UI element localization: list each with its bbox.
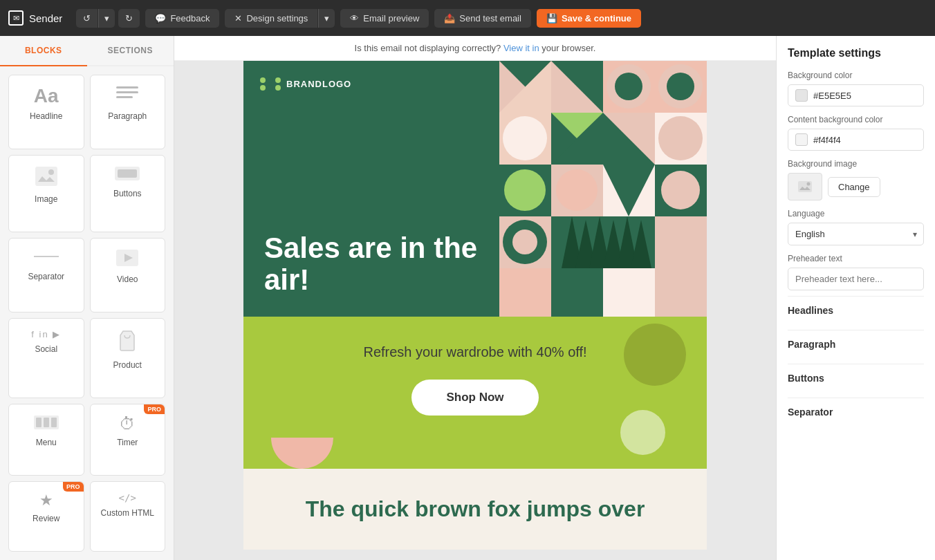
svg-point-43 (661, 171, 700, 209)
bg-color-row: #E5E5E5 (788, 84, 924, 106)
preview-icon: 👁 (350, 13, 359, 24)
design-settings-button[interactable]: ✕ Design settings (225, 9, 317, 28)
promo-text: Refresh your wardrobe with 40% off! (264, 344, 686, 360)
top-notice-link[interactable]: View it in (503, 43, 539, 53)
block-paragraph[interactable]: Paragraph (90, 75, 166, 149)
svg-rect-6 (118, 169, 137, 178)
dot-3 (275, 77, 281, 83)
undo-redo-group: ↺ ▾ ↻ (76, 9, 140, 28)
block-menu[interactable]: Menu (8, 404, 84, 476)
save-continue-button[interactable]: 💾 Save & continue (537, 9, 641, 28)
buttons-section[interactable]: Buttons (788, 364, 924, 392)
bottom-headline-text: The quick brown fox jumps over (264, 496, 686, 522)
design-settings-dropdown[interactable]: ▾ (318, 9, 335, 28)
block-video-label: Video (117, 274, 138, 284)
block-tabs: BLOCKS SECTIONS (0, 36, 174, 66)
block-separator[interactable]: Separator (8, 238, 84, 312)
dot-6 (275, 85, 281, 91)
email-bottom-section: The quick brown fox jumps over (243, 469, 707, 550)
content-bg-color-row: #f4f4f4 (788, 129, 924, 151)
content-bg-value: #f4f4f4 (813, 135, 916, 145)
top-notice-text: Is this email not displaying correctly? (355, 43, 501, 53)
preheader-input[interactable] (788, 268, 924, 290)
top-notice-suffix: your browser. (541, 43, 595, 53)
dot-2 (268, 77, 273, 83)
svg-rect-54 (655, 216, 707, 268)
video-icon (116, 250, 138, 269)
block-separator-label: Separator (28, 272, 64, 281)
main-layout: BLOCKS SECTIONS Aa Headline Paragraph Im… (0, 36, 935, 560)
paragraph-icon (116, 86, 138, 106)
svg-rect-3 (35, 167, 57, 186)
feedback-button[interactable]: 💬 Feedback (145, 9, 219, 28)
dot-1 (260, 77, 266, 83)
blocks-grid: Aa Headline Paragraph Image Buttons (0, 66, 174, 560)
language-select[interactable]: English French German Spanish (788, 223, 924, 245)
block-video[interactable]: Video (90, 238, 166, 312)
preheader-label: Preheader text (788, 254, 924, 263)
send-icon: 📤 (444, 13, 455, 24)
canvas-top-bar: Is this email not displaying correctly? … (174, 36, 776, 61)
svg-rect-57 (603, 268, 655, 317)
dropdown-button[interactable]: ▾ (98, 9, 115, 28)
social-icon: f in ▶ (31, 330, 61, 339)
block-image[interactable]: Image (8, 155, 84, 232)
content-bg-swatch[interactable] (795, 133, 808, 146)
bg-image-placeholder (788, 173, 822, 200)
block-custom-html[interactable]: </> Custom HTML (90, 481, 166, 552)
timer-icon: ⏱ (119, 416, 136, 432)
block-social-label: Social (35, 344, 57, 354)
buttons-icon (115, 167, 140, 183)
app-logo: Sender (8, 10, 62, 26)
settings-title: Template settings (788, 47, 924, 59)
tab-sections[interactable]: SECTIONS (87, 36, 174, 66)
block-social[interactable]: f in ▶ Social (8, 318, 84, 398)
svg-rect-55 (499, 268, 551, 317)
custom-html-icon: </> (119, 493, 136, 503)
headlines-section[interactable]: Headlines (788, 296, 924, 324)
block-headline[interactable]: Aa Headline (8, 75, 84, 149)
redo-button[interactable]: ↻ (118, 9, 140, 28)
header-left: BRANDLOGO Sales are in the air! (243, 61, 499, 317)
shop-now-button[interactable]: Shop Now (411, 380, 538, 416)
block-timer[interactable]: PRO ⏱ Timer (90, 404, 166, 476)
separator-section[interactable]: Separator (788, 398, 924, 426)
right-panel: Template settings Background color #E5E5… (776, 36, 935, 560)
header-right (499, 61, 707, 317)
brand-name: BRANDLOGO (286, 79, 351, 89)
bg-image-row: Change (788, 173, 924, 200)
tab-blocks[interactable]: BLOCKS (0, 36, 87, 66)
design-icon: ✕ (234, 13, 242, 24)
block-buttons[interactable]: Buttons (90, 155, 166, 232)
paragraph-section[interactable]: Paragraph (788, 330, 924, 358)
svg-point-27 (503, 116, 547, 160)
svg-point-37 (504, 169, 546, 211)
block-buttons-label: Buttons (113, 189, 142, 198)
svg-point-39 (556, 169, 598, 211)
brand-dots (260, 77, 281, 91)
block-menu-label: Menu (36, 438, 57, 447)
bg-image-label: Background image (788, 159, 924, 169)
email-canvas: BRANDLOGO Sales are in the air! (243, 61, 707, 550)
send-test-button[interactable]: 📤 Send test email (434, 9, 531, 28)
email-preview-button[interactable]: 👁 Email preview (340, 9, 429, 28)
bg-color-label: Background color (788, 71, 924, 80)
svg-rect-58 (655, 268, 707, 317)
block-paragraph-label: Paragraph (108, 111, 147, 121)
dark-circle-deco (624, 324, 686, 386)
svg-point-35 (658, 116, 703, 160)
block-product[interactable]: Product (90, 318, 166, 398)
svg-rect-56 (551, 268, 603, 317)
svg-rect-12 (44, 418, 49, 427)
block-custom-html-label: Custom HTML (101, 508, 154, 518)
block-review[interactable]: PRO ★ Review (8, 481, 84, 552)
bg-image-change-button[interactable]: Change (828, 177, 880, 197)
undo-button[interactable]: ↺ (76, 9, 98, 28)
white-circle-deco (620, 410, 665, 455)
svg-rect-13 (51, 418, 57, 427)
block-headline-label: Headline (30, 111, 62, 121)
email-promo-section: Refresh your wardrobe with 40% off! Shop… (243, 317, 707, 469)
product-icon (118, 330, 137, 355)
image-icon (35, 167, 57, 189)
bg-color-swatch[interactable] (795, 89, 808, 102)
